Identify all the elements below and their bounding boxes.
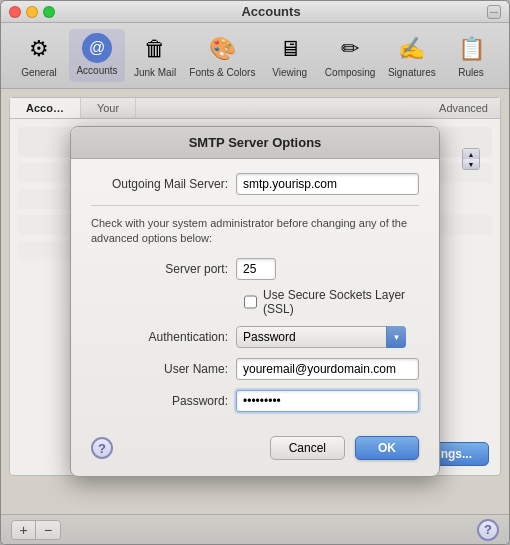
title-bar: Accounts — bbox=[1, 1, 509, 23]
password-row: Password: bbox=[91, 390, 419, 412]
cancel-button[interactable]: Cancel bbox=[270, 436, 345, 460]
toolbar-item-fonts-colors[interactable]: 🎨 Fonts & Colors bbox=[185, 29, 260, 82]
main-window: Accounts — ⚙ General @ Accounts 🗑 Junk M… bbox=[0, 0, 510, 545]
toolbar-label-signatures: Signatures bbox=[388, 67, 436, 78]
modal-overlay: SMTP Server Options Outgoing Mail Server… bbox=[1, 89, 509, 514]
toolbar-item-general[interactable]: ⚙ General bbox=[11, 29, 67, 82]
server-port-label: Server port: bbox=[91, 262, 236, 276]
toolbar-item-viewing[interactable]: 🖥 Viewing bbox=[262, 29, 318, 82]
traffic-lights bbox=[9, 6, 55, 18]
toolbar-item-accounts[interactable]: @ Accounts bbox=[69, 29, 125, 82]
close-button[interactable] bbox=[9, 6, 21, 18]
ssl-checkbox[interactable] bbox=[244, 295, 257, 309]
ok-button[interactable]: OK bbox=[355, 436, 419, 460]
remove-account-button[interactable]: − bbox=[36, 521, 60, 539]
authentication-row: Authentication: Password None MD5 Challe… bbox=[91, 326, 419, 348]
content-area: Acco… Your Advanced ▲ ▼ Server Settings.… bbox=[1, 89, 509, 514]
composing-icon: ✏ bbox=[334, 33, 366, 65]
authentication-label: Authentication: bbox=[91, 330, 236, 344]
accounts-icon: @ bbox=[82, 33, 112, 63]
add-remove-buttons: + − bbox=[11, 520, 61, 540]
modal-help-button[interactable]: ? bbox=[91, 437, 113, 459]
toolbar-label-rules: Rules bbox=[458, 67, 484, 78]
bottom-help-button[interactable]: ? bbox=[477, 519, 499, 541]
authentication-select-wrap: Password None MD5 Challenge-Response NTL… bbox=[236, 326, 406, 348]
toolbar: ⚙ General @ Accounts 🗑 Junk Mail 🎨 Fonts… bbox=[1, 23, 509, 89]
fonts-colors-icon: 🎨 bbox=[206, 33, 238, 65]
username-input[interactable] bbox=[236, 358, 419, 380]
rules-icon: 📋 bbox=[455, 33, 487, 65]
toolbar-label-accounts: Accounts bbox=[76, 65, 117, 76]
ssl-label: Use Secure Sockets Layer (SSL) bbox=[263, 288, 419, 316]
toolbar-label-junk-mail: Junk Mail bbox=[134, 67, 176, 78]
toolbar-item-signatures[interactable]: ✍ Signatures bbox=[383, 29, 441, 82]
toolbar-label-composing: Composing bbox=[325, 67, 376, 78]
modal-body: Outgoing Mail Server: Check with your sy… bbox=[71, 159, 439, 413]
server-port-row: Server port: bbox=[91, 258, 419, 280]
toolbar-item-rules[interactable]: 📋 Rules bbox=[443, 29, 499, 82]
toolbar-label-viewing: Viewing bbox=[272, 67, 307, 78]
helper-text: Check with your system administrator bef… bbox=[91, 216, 419, 247]
outgoing-server-input[interactable] bbox=[236, 173, 419, 195]
toolbar-item-junk-mail[interactable]: 🗑 Junk Mail bbox=[127, 29, 183, 82]
modal-title: SMTP Server Options bbox=[189, 135, 322, 150]
server-port-input[interactable] bbox=[236, 258, 276, 280]
add-account-button[interactable]: + bbox=[12, 521, 36, 539]
maximize-button[interactable] bbox=[43, 6, 55, 18]
toolbar-label-general: General bbox=[21, 67, 57, 78]
bottom-bar: + − ? bbox=[1, 514, 509, 544]
modal-title-bar: SMTP Server Options bbox=[71, 127, 439, 159]
outgoing-server-row: Outgoing Mail Server: bbox=[91, 173, 419, 195]
section-divider bbox=[91, 205, 419, 206]
ssl-row: Use Secure Sockets Layer (SSL) bbox=[244, 288, 419, 316]
password-label: Password: bbox=[91, 394, 236, 408]
toolbar-item-composing[interactable]: ✏ Composing bbox=[320, 29, 381, 82]
viewing-icon: 🖥 bbox=[274, 33, 306, 65]
signatures-icon: ✍ bbox=[396, 33, 428, 65]
authentication-select[interactable]: Password None MD5 Challenge-Response NTL… bbox=[236, 326, 406, 348]
smtp-dialog: SMTP Server Options Outgoing Mail Server… bbox=[70, 126, 440, 478]
window-collapse-button[interactable]: — bbox=[487, 5, 501, 19]
toolbar-label-fonts-colors: Fonts & Colors bbox=[189, 67, 255, 78]
minimize-button[interactable] bbox=[26, 6, 38, 18]
button-row: ? Cancel OK bbox=[71, 422, 439, 460]
window-title: Accounts bbox=[55, 4, 487, 19]
username-row: User Name: bbox=[91, 358, 419, 380]
password-input[interactable] bbox=[236, 390, 419, 412]
junk-mail-icon: 🗑 bbox=[139, 33, 171, 65]
general-icon: ⚙ bbox=[23, 33, 55, 65]
outgoing-server-label: Outgoing Mail Server: bbox=[91, 177, 236, 191]
username-label: User Name: bbox=[91, 362, 236, 376]
